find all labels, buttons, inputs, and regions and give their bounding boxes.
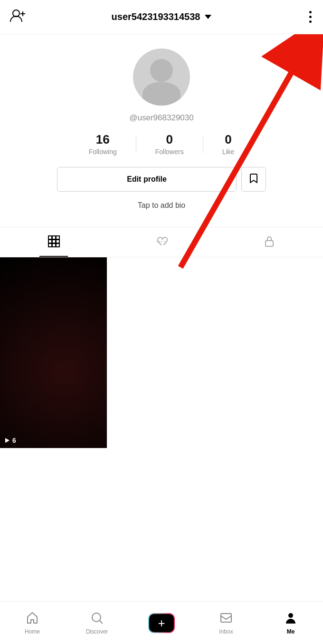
discover-icon [90, 611, 104, 626]
followers-label: Followers [155, 148, 184, 156]
svg-point-17 [92, 613, 101, 622]
stats-row: 16 Following 0 Followers 0 Like [10, 132, 314, 156]
more-options-button[interactable] [307, 9, 314, 25]
nav-add[interactable]: + [142, 613, 180, 633]
svg-marker-16 [5, 438, 10, 443]
profile-section: @user968329030 16 Following 0 Followers … [0, 34, 323, 224]
plus-icon: + [158, 617, 165, 629]
svg-rect-10 [56, 240, 59, 243]
videos-grid-icon [48, 235, 60, 249]
likes-label: Like [222, 148, 235, 156]
svg-rect-6 [52, 236, 56, 239]
tab-private[interactable] [215, 227, 323, 257]
svg-rect-5 [48, 236, 52, 239]
svg-point-20 [288, 613, 293, 618]
svg-rect-11 [48, 244, 52, 247]
following-count: 16 [96, 132, 110, 147]
svg-rect-7 [56, 236, 59, 239]
svg-rect-8 [48, 240, 52, 243]
bookmark-icon [248, 173, 259, 186]
username-title[interactable]: user5423193314538 [112, 11, 212, 22]
nav-home-label: Home [25, 628, 40, 635]
add-user-button[interactable] [10, 8, 38, 27]
followers-count: 0 [166, 132, 172, 147]
content-tabs [0, 227, 323, 257]
nav-me[interactable]: Me [272, 611, 310, 635]
svg-rect-12 [52, 244, 56, 247]
svg-point-0 [13, 10, 19, 17]
nav-inbox-label: Inbox [219, 628, 233, 635]
username-text: user5423193314538 [112, 11, 200, 22]
svg-rect-9 [52, 240, 56, 243]
top-nav: user5423193314538 [0, 0, 323, 34]
nav-me-label: Me [287, 628, 295, 635]
edit-profile-button[interactable]: Edit profile [57, 167, 237, 192]
bottom-nav: Home Discover + Inbox [0, 601, 323, 644]
home-icon [26, 611, 39, 626]
svg-rect-13 [56, 244, 59, 247]
avatar-head [150, 59, 173, 82]
chevron-down-icon [205, 15, 211, 19]
tab-liked[interactable] [108, 227, 216, 257]
nav-discover[interactable]: Discover [78, 611, 116, 635]
avatar-body [142, 82, 180, 106]
avatar[interactable] [133, 49, 190, 106]
likes-stat[interactable]: 0 Like [203, 132, 254, 156]
video-thumbnail[interactable]: 6 [0, 257, 107, 448]
svg-line-18 [100, 621, 103, 624]
nav-discover-label: Discover [86, 628, 108, 635]
profile-buttons: Edit profile [57, 167, 266, 192]
following-label: Following [89, 148, 117, 156]
video-play-count: 6 [4, 437, 16, 444]
me-icon [284, 611, 297, 626]
nav-home[interactable]: Home [13, 611, 51, 635]
tab-videos[interactable] [0, 227, 108, 257]
bookmark-button[interactable] [241, 167, 266, 192]
svg-rect-19 [221, 614, 231, 622]
user-handle: @user968329030 [129, 113, 193, 123]
following-stat[interactable]: 16 Following [70, 132, 136, 156]
lock-icon [263, 235, 276, 249]
add-button[interactable]: + [148, 613, 175, 633]
video-grid: 6 [0, 257, 323, 448]
nav-inbox[interactable]: Inbox [207, 611, 245, 635]
bio-placeholder[interactable]: Tap to add bio [138, 201, 186, 210]
inbox-icon [219, 611, 233, 626]
liked-heart-icon [155, 235, 168, 249]
svg-rect-15 [266, 241, 273, 246]
likes-count: 0 [225, 132, 231, 147]
followers-stat[interactable]: 0 Followers [136, 132, 203, 156]
